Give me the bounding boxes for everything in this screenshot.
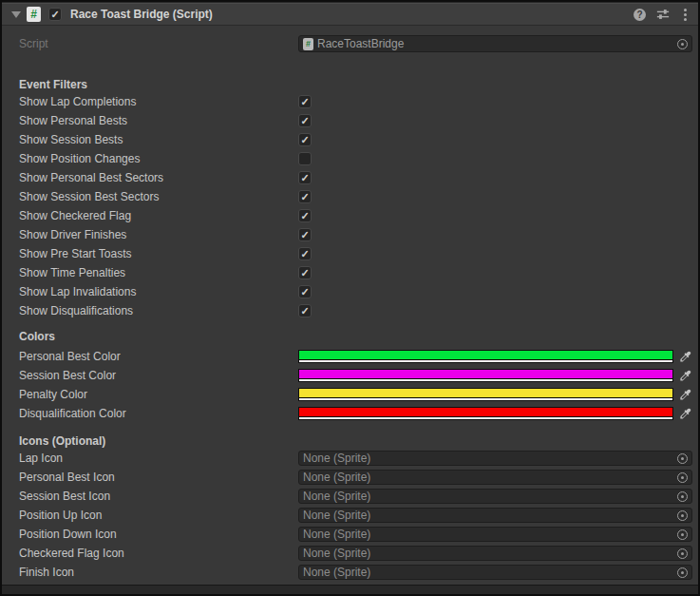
- kebab-menu-icon[interactable]: [680, 8, 691, 22]
- script-object-name: RaceToastBridge: [317, 37, 404, 50]
- object-picker-icon[interactable]: [677, 510, 688, 521]
- property-label: Session Best Icon: [19, 490, 298, 503]
- property-checkbox[interactable]: ✓: [298, 209, 312, 222]
- object-picker-icon[interactable]: [677, 548, 688, 559]
- section-header-icons-optional: Icons (Optional): [2, 434, 698, 449]
- checkbox-row: Show Personal Bests ✓: [2, 111, 698, 130]
- property-label: Show Driver Finishes: [19, 228, 298, 241]
- property-checkbox[interactable]: ✓: [298, 285, 312, 298]
- sprite-object-value: None (Sprite): [303, 509, 370, 522]
- object-picker-icon[interactable]: [677, 567, 688, 578]
- color-swatch[interactable]: [298, 407, 673, 420]
- property-label: Lap Icon: [19, 452, 298, 465]
- color-swatch[interactable]: [298, 388, 673, 401]
- color-alpha-bar: [299, 416, 672, 419]
- sprite-row: Checkered Flag Icon None (Sprite): [2, 544, 698, 563]
- script-row: Script # RaceToastBridge: [2, 35, 698, 52]
- property-label: Personal Best Color: [19, 350, 298, 363]
- eyedropper-icon[interactable]: [677, 388, 692, 401]
- csharp-script-icon: #: [303, 38, 313, 50]
- event-filters-list: Show Lap Completions ✓ Show Personal Bes…: [2, 92, 698, 320]
- component-body: Script # RaceToastBridge Event Filters S…: [2, 26, 698, 585]
- checkmark-icon: ✓: [300, 248, 309, 259]
- script-label: Script: [19, 37, 298, 50]
- property-checkbox[interactable]: ✓: [298, 304, 312, 317]
- property-label: Show Session Best Sectors: [19, 190, 298, 203]
- checkbox-row: Show Position Changes: [2, 149, 698, 168]
- property-label: Show Session Bests: [19, 133, 298, 146]
- checkbox-row: Show Pre Start Toasts ✓: [2, 244, 698, 263]
- help-icon[interactable]: ?: [634, 9, 646, 21]
- color-alpha-bar: [299, 378, 672, 381]
- color-swatch[interactable]: [298, 350, 673, 363]
- window-bottom-edge: [2, 585, 698, 594]
- property-checkbox[interactable]: ✓: [298, 171, 312, 184]
- presets-icon[interactable]: [656, 8, 670, 21]
- object-picker-icon[interactable]: [677, 472, 688, 483]
- property-checkbox[interactable]: ✓: [298, 133, 312, 146]
- foldout-arrow-icon[interactable]: [11, 11, 21, 18]
- sprite-object-field[interactable]: None (Sprite): [298, 565, 692, 580]
- color-row: Personal Best Color: [2, 347, 698, 366]
- property-checkbox[interactable]: ✓: [298, 95, 312, 108]
- property-label: Personal Best Icon: [19, 471, 298, 484]
- property-label: Show Time Penalties: [19, 266, 298, 279]
- property-label: Show Checkered Flag: [19, 209, 298, 222]
- csharp-script-icon: #: [27, 7, 41, 22]
- sprite-row: Lap Icon None (Sprite): [2, 449, 698, 468]
- property-label: Show Disqualifications: [19, 304, 298, 317]
- object-picker-icon[interactable]: [677, 491, 688, 502]
- eyedropper-icon[interactable]: [677, 407, 692, 420]
- sprite-object-field[interactable]: None (Sprite): [298, 527, 692, 542]
- checkmark-icon: ✓: [300, 305, 309, 316]
- property-checkbox[interactable]: ✓: [298, 247, 312, 260]
- script-object-field[interactable]: # RaceToastBridge: [298, 35, 692, 52]
- property-checkbox[interactable]: ✓: [298, 266, 312, 279]
- component-enabled-checkbox[interactable]: ✓: [48, 8, 62, 21]
- color-swatch-fill: [299, 389, 672, 397]
- sprite-row: Personal Best Icon None (Sprite): [2, 468, 698, 487]
- eyedropper-icon[interactable]: [677, 350, 692, 363]
- checkmark-icon: ✓: [300, 172, 309, 183]
- checkmark-icon: ✓: [300, 210, 309, 221]
- property-checkbox[interactable]: ✓: [298, 190, 312, 203]
- property-checkbox[interactable]: [298, 152, 312, 165]
- property-checkbox[interactable]: ✓: [298, 114, 312, 127]
- colors-list: Personal Best Color Session Best Color: [2, 347, 698, 423]
- sprite-object-value: None (Sprite): [303, 566, 370, 579]
- property-label: Disqualification Color: [19, 407, 298, 420]
- color-row: Disqualification Color: [2, 404, 698, 423]
- color-swatch-fill: [299, 351, 672, 359]
- property-label: Show Position Changes: [19, 152, 298, 165]
- checkmark-icon: ✓: [300, 286, 309, 297]
- checkbox-row: Show Session Best Sectors ✓: [2, 187, 698, 206]
- color-swatch[interactable]: [298, 369, 673, 382]
- sprite-row: Finish Icon None (Sprite): [2, 563, 698, 582]
- checkmark-icon: ✓: [300, 134, 309, 144]
- sprite-object-field[interactable]: None (Sprite): [298, 489, 692, 504]
- object-picker-icon[interactable]: [677, 39, 688, 49]
- color-row: Session Best Color: [2, 366, 698, 385]
- eyedropper-icon[interactable]: [677, 369, 692, 382]
- property-checkbox[interactable]: ✓: [298, 228, 312, 241]
- sprite-object-field[interactable]: None (Sprite): [298, 508, 692, 523]
- sprite-object-field[interactable]: None (Sprite): [298, 470, 692, 485]
- object-picker-icon[interactable]: [677, 453, 688, 464]
- component-header[interactable]: # ✓ Race Toast Bridge (Script) ?: [2, 3, 698, 26]
- property-label: Show Lap Completions: [19, 95, 298, 108]
- checkbox-row: Show Lap Invalidations ✓: [2, 282, 698, 301]
- sprite-object-field[interactable]: None (Sprite): [298, 451, 692, 466]
- sprite-row: Position Up Icon None (Sprite): [2, 506, 698, 525]
- inspector-panel: # ✓ Race Toast Bridge (Script) ? Script …: [0, 0, 700, 596]
- property-label: Penalty Color: [19, 388, 298, 401]
- sprite-object-value: None (Sprite): [303, 528, 370, 541]
- color-swatch-fill: [299, 408, 672, 416]
- property-label: Position Up Icon: [19, 509, 298, 522]
- object-picker-icon[interactable]: [677, 529, 688, 540]
- property-label: Checkered Flag Icon: [19, 547, 298, 560]
- property-label: Finish Icon: [19, 566, 298, 579]
- checkbox-row: Show Personal Best Sectors ✓: [2, 168, 698, 187]
- sprite-object-field[interactable]: None (Sprite): [298, 546, 692, 561]
- property-label: Position Down Icon: [19, 528, 298, 541]
- sprite-object-value: None (Sprite): [303, 471, 370, 484]
